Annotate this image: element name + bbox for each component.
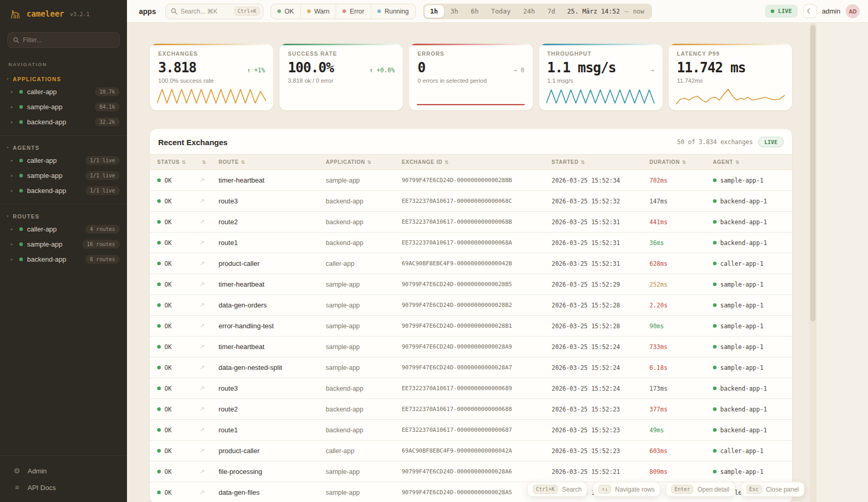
- stat-card[interactable]: EXCHANGES 3.818 ↑ +1% 100.0% success rat…: [150, 44, 273, 110]
- table-row[interactable]: OK ↗ route2 backend-app EE7322370A10617-…: [150, 399, 792, 420]
- time-range-button[interactable]: Today: [486, 5, 517, 18]
- global-search[interactable]: Ctrl+K: [165, 4, 263, 19]
- column-header[interactable]: AGENT ⇅: [713, 159, 792, 165]
- sidebar-section-agents: ▾ AGENTS ▸ caller-app 1/1 live ▸ s: [0, 136, 127, 204]
- status-text: OK: [164, 281, 172, 288]
- filter-input[interactable]: [23, 36, 114, 44]
- sidebar-item-admin[interactable]: ⚙ Admin: [0, 462, 127, 479]
- sidebar-item-route[interactable]: ▸ backend-app 6 routes: [0, 252, 127, 267]
- sidebar-item-agent[interactable]: ▸ caller-app 1/1 live: [0, 153, 127, 168]
- open-detail-icon[interactable]: ↗: [200, 468, 219, 475]
- card-accent-bar: [409, 44, 532, 45]
- table-row[interactable]: OK ↗ timer-heartbeat sample-app 90799F47…: [150, 170, 792, 191]
- column-header[interactable]: STATUS ⇅: [157, 159, 200, 165]
- column-header[interactable]: DURATION ⇅: [649, 159, 713, 165]
- table-row[interactable]: OK ↗ data-gen-nested-split sample-app 90…: [150, 357, 792, 378]
- search-input[interactable]: [181, 8, 232, 15]
- scrollbar-thumb[interactable]: [810, 25, 815, 321]
- section-header-routes[interactable]: ▾ ROUTES: [0, 213, 127, 222]
- time-range-button[interactable]: 7d: [542, 5, 561, 18]
- chevron-down-icon: ▾: [7, 146, 9, 150]
- started-cell: 2026-03-25 15:52:23: [552, 406, 649, 413]
- table-row[interactable]: OK ↗ timer-heartbeat sample-app 90799F47…: [150, 337, 792, 357]
- section-header-applications[interactable]: ▾ APPLICATIONS: [0, 76, 127, 84]
- table-row[interactable]: OK ↗ route3 backend-app EE7322370A10617-…: [150, 378, 792, 399]
- sidebar: cameleer v3.2.1 NAVIGATION ▾ APPLICATION…: [0, 0, 127, 502]
- time-range-button[interactable]: 6h: [465, 5, 484, 18]
- status-cell: OK: [157, 427, 200, 434]
- agent-name: caller-app-1: [720, 447, 763, 455]
- status-filter-chip[interactable]: Error: [336, 4, 371, 19]
- table-row[interactable]: OK ↗ error-handling-test sample-app 9079…: [150, 316, 792, 337]
- sidebar-item-application[interactable]: ▸ caller-app 10.7k: [0, 84, 127, 99]
- open-detail-icon[interactable]: ↗: [200, 260, 219, 267]
- table-row[interactable]: OK ↗ route1 backend-app EE7322370A10617-…: [150, 233, 792, 253]
- open-detail-icon[interactable]: ↗: [200, 281, 219, 288]
- status-filter-chip[interactable]: OK: [271, 4, 300, 19]
- open-detail-icon[interactable]: ↗: [200, 323, 219, 329]
- sidebar-item-route[interactable]: ▸ caller-app 4 routes: [0, 222, 127, 237]
- column-header[interactable]: ⇅: [200, 160, 219, 165]
- table-row[interactable]: OK ↗ route2 backend-app EE7322370A10617-…: [150, 212, 792, 233]
- stat-card[interactable]: ERRORS 0 → 0 0 errors in selected period: [409, 44, 532, 110]
- logo: cameleer v3.2.1: [0, 0, 127, 28]
- sidebar-item-api-docs[interactable]: ≡ API Docs: [0, 479, 127, 496]
- open-detail-icon[interactable]: ↗: [200, 406, 219, 413]
- status-filter-chip[interactable]: Running: [371, 4, 415, 19]
- open-detail-icon[interactable]: ↗: [200, 364, 219, 371]
- status-text: OK: [164, 260, 172, 267]
- section-header-agents[interactable]: ▾ AGENTS: [0, 145, 127, 153]
- avatar[interactable]: AD: [846, 4, 860, 18]
- application-cell: sample-app: [326, 281, 402, 288]
- route-cell: route1: [219, 426, 326, 434]
- open-detail-icon[interactable]: ↗: [200, 177, 219, 184]
- duration-cell: 173ms: [649, 385, 713, 392]
- table-row[interactable]: OK ↗ product-caller caller-app 69AC90BF8…: [150, 441, 792, 461]
- sort-icon: ⇅: [444, 160, 449, 165]
- gear-icon: ⚙: [13, 467, 21, 475]
- time-range-button[interactable]: 24h: [517, 5, 541, 18]
- open-detail-icon[interactable]: ↗: [200, 385, 219, 392]
- open-detail-icon[interactable]: ↗: [200, 218, 219, 225]
- column-header[interactable]: EXCHANGE ID ⇅: [402, 159, 552, 165]
- table-row[interactable]: OK ↗ route1 backend-app EE7322370A10617-…: [150, 420, 792, 441]
- sidebar-item-route[interactable]: ▸ sample-app 16 routes: [0, 237, 127, 252]
- card-value: 0: [417, 60, 425, 75]
- time-range-button[interactable]: 1h: [425, 5, 444, 18]
- live-status-badge[interactable]: LIVE: [765, 5, 798, 18]
- column-header[interactable]: STARTED ⇅: [552, 159, 649, 165]
- open-detail-icon[interactable]: ↗: [200, 302, 219, 308]
- sidebar-item-application[interactable]: ▸ sample-app 84.1k: [0, 99, 127, 114]
- scrollbar-track[interactable]: [810, 23, 816, 502]
- table-row[interactable]: OK ↗ file-processing sample-app 90799F47…: [150, 461, 792, 482]
- status-cell: OK: [157, 489, 200, 496]
- open-detail-icon[interactable]: ↗: [200, 427, 219, 433]
- open-detail-icon[interactable]: ↗: [200, 198, 219, 204]
- open-detail-icon[interactable]: ↗: [200, 343, 219, 350]
- sidebar-item-agent[interactable]: ▸ backend-app 1/1 live: [0, 183, 127, 198]
- agent-name: backend-app-1: [720, 385, 767, 392]
- column-header[interactable]: APPLICATION ⇅: [326, 159, 402, 165]
- card-label: SUCCESS RATE: [288, 50, 394, 57]
- application-cell: sample-app: [326, 323, 402, 330]
- stat-card[interactable]: LATENCY P99 11.742 ms 11.742ms: [669, 44, 792, 110]
- stat-card[interactable]: THROUGHPUT 1.1 msg/s → 1.1 msg/s: [539, 44, 662, 110]
- open-detail-icon[interactable]: ↗: [200, 239, 219, 246]
- dark-mode-toggle[interactable]: ☾: [803, 4, 817, 18]
- status-filter-chip[interactable]: Warn: [300, 4, 336, 19]
- sidebar-item-application[interactable]: ▸ backend-app 32.2k: [0, 114, 127, 130]
- sidebar-filter[interactable]: [7, 32, 120, 48]
- column-header[interactable]: ROUTE ⇅: [219, 159, 326, 165]
- stat-card[interactable]: SUCCESS RATE 100.0% ↑ +0.0% 3.818 ok / 0…: [279, 44, 403, 110]
- keyboard-hint: Ctrl+K Search: [527, 482, 588, 497]
- status-dot: [19, 105, 23, 109]
- time-range-button[interactable]: 3h: [445, 5, 464, 18]
- table-row[interactable]: OK ↗ product-caller caller-app 69AC90BF8…: [150, 253, 792, 274]
- table-row[interactable]: OK ↗ timer-heartbeat sample-app 90799F47…: [150, 274, 792, 295]
- open-detail-icon[interactable]: ↗: [200, 447, 219, 454]
- sidebar-item-agent[interactable]: ▸ sample-app 1/1 live: [0, 168, 127, 183]
- open-detail-icon[interactable]: ↗: [200, 489, 219, 496]
- table-row[interactable]: OK ↗ data-gen-orders sample-app 90799F47…: [150, 295, 792, 316]
- table-row[interactable]: OK ↗ route3 backend-app EE7322370A10617-…: [150, 191, 792, 212]
- status-dot: [19, 174, 23, 177]
